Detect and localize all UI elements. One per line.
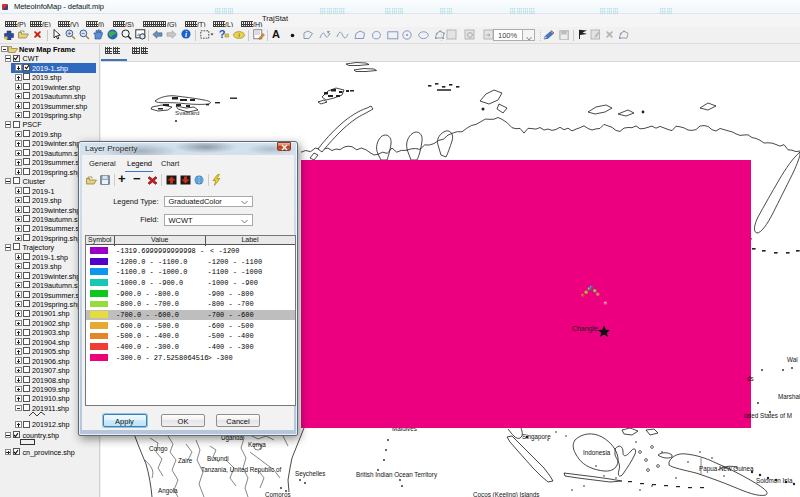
svg-text:Seychelles: Seychelles — [295, 470, 325, 478]
svg-text:rated States of M: rated States of M — [744, 412, 792, 419]
svg-text:Angola: Angola — [158, 487, 178, 495]
svg-text:Burundi: Burundi — [207, 455, 229, 462]
svg-text:Changle: Changle — [572, 325, 598, 333]
svg-text:Cocos (Keeling) Islands: Cocos (Keeling) Islands — [473, 491, 540, 497]
svg-text:Wal: Wal — [787, 356, 798, 363]
svg-text:Tanzania, United Republic of: Tanzania, United Republic of — [201, 466, 281, 474]
svg-text:British Indian Ocean Territory: British Indian Ocean Territory — [356, 471, 438, 479]
svg-text:Zaire: Zaire — [178, 457, 193, 464]
svg-text:Svalbard: Svalbard — [175, 109, 200, 116]
svg-text:Kenya: Kenya — [248, 441, 266, 449]
svg-text:ds: ds — [747, 375, 754, 382]
svg-text:Singapore: Singapore — [522, 433, 551, 441]
svg-text:Solomon Isla: Solomon Isla — [756, 477, 793, 484]
svg-text:Indonesia: Indonesia — [583, 449, 611, 456]
svg-text:Papua New Guinea: Papua New Guinea — [699, 465, 754, 473]
svg-text:Comoros: Comoros — [265, 491, 291, 497]
svg-text:Marshall: Marshall — [778, 393, 800, 400]
svg-text:Congo: Congo — [149, 445, 168, 453]
